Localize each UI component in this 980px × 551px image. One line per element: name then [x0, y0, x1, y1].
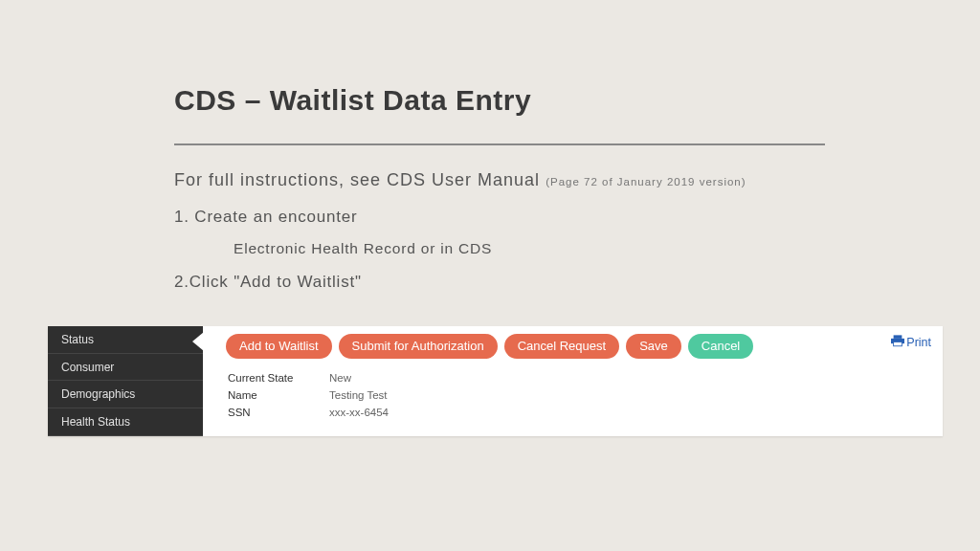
detail-row-current-state: Current State New: [228, 369, 931, 386]
detail-value: New: [329, 369, 351, 386]
cancel-button[interactable]: Cancel: [688, 334, 753, 359]
cancel-request-button[interactable]: Cancel Request: [504, 334, 620, 359]
main-panel: Add to Waitlist Submit for Authorization…: [203, 326, 943, 436]
submit-for-authorization-button[interactable]: Submit for Authorization: [339, 334, 498, 359]
detail-row-name: Name Testing Test: [228, 386, 931, 404]
detail-label: Name: [228, 386, 329, 404]
step-2: 2.Click "Add to Waitlist": [174, 273, 980, 292]
print-label: Print: [906, 336, 931, 349]
slide-title: CDS – Waitlist Data Entry: [174, 84, 980, 117]
add-to-waitlist-button[interactable]: Add to Waitlist: [226, 334, 332, 359]
button-row: Add to Waitlist Submit for Authorization…: [226, 334, 931, 359]
step-1: 1. Create an encounter: [174, 208, 980, 227]
sidebar: Status Consumer Demographics Health Stat…: [48, 326, 203, 436]
svg-rect-0: [894, 335, 902, 339]
svg-rect-2: [894, 342, 902, 345]
printer-icon: [891, 335, 904, 350]
print-link[interactable]: Print: [891, 335, 931, 350]
sidebar-item-health-status[interactable]: Health Status: [48, 408, 203, 436]
sidebar-item-consumer[interactable]: Consumer: [48, 354, 203, 382]
instruction-note: (Page 72 of January 2019 version): [546, 176, 746, 187]
sidebar-item-status[interactable]: Status: [48, 326, 203, 354]
details-section: Current State New Name Testing Test SSN …: [228, 369, 931, 421]
detail-label: SSN: [228, 404, 329, 421]
instruction-main: For full instructions, see CDS User Manu…: [174, 170, 546, 189]
sidebar-item-demographics[interactable]: Demographics: [48, 381, 203, 408]
detail-value: xxx-xx-6454: [329, 404, 389, 421]
detail-row-ssn: SSN xxx-xx-6454: [228, 404, 931, 421]
app-screenshot-panel: Status Consumer Demographics Health Stat…: [48, 326, 943, 436]
step-1-sub: Electronic Health Record or in CDS: [234, 240, 980, 257]
divider: [174, 143, 825, 145]
save-button[interactable]: Save: [626, 334, 681, 359]
instruction-line: For full instructions, see CDS User Manu…: [174, 170, 980, 190]
detail-value: Testing Test: [329, 386, 388, 404]
detail-label: Current State: [228, 369, 329, 386]
